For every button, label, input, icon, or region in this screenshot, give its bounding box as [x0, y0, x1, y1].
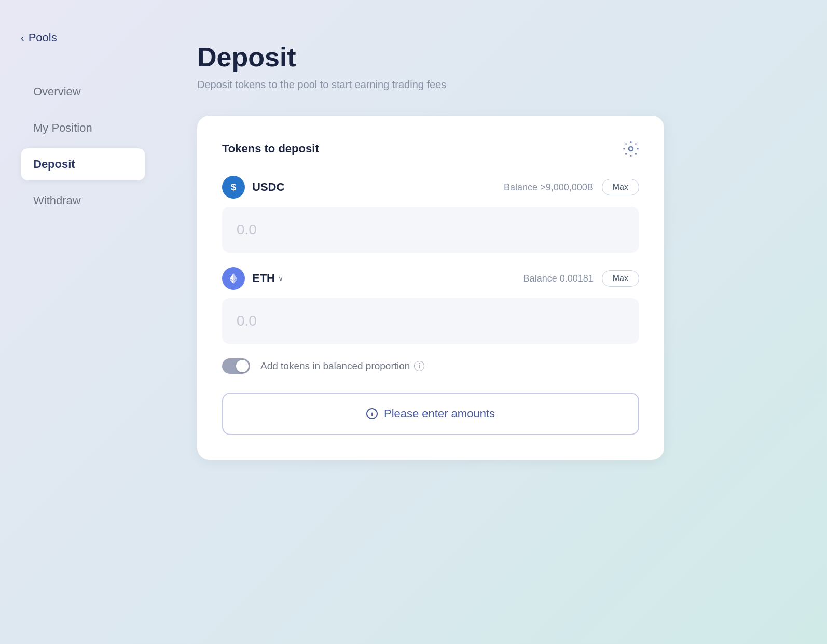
sidebar-nav: Overview My Position Deposit Withdraw [21, 76, 145, 217]
sidebar: ‹ Pools Overview My Position Deposit Wit… [0, 0, 166, 644]
submit-button-label: Please enter amounts [384, 407, 495, 421]
eth-name: ETH [252, 272, 275, 285]
usdc-max-button[interactable]: Max [602, 179, 639, 195]
card-title: Tokens to deposit [222, 142, 319, 156]
eth-icon [222, 267, 245, 290]
usdc-balance-section: Balance >9,000,000B Max [504, 179, 639, 195]
settings-icon[interactable] [623, 141, 639, 157]
eth-input[interactable] [222, 298, 639, 344]
toggle-label: Add tokens in balanced proportion i [260, 360, 424, 372]
balanced-proportion-toggle[interactable] [222, 358, 250, 374]
toggle-knob [236, 360, 249, 372]
usdc-input[interactable] [222, 207, 639, 253]
page-subtitle: Deposit tokens to the pool to start earn… [197, 79, 785, 91]
eth-chevron-icon: ∨ [278, 274, 283, 283]
eth-balance-section: Balance 0.00181 Max [523, 270, 639, 287]
sidebar-item-my-position[interactable]: My Position [21, 112, 145, 144]
back-link[interactable]: ‹ Pools [21, 31, 145, 45]
back-arrow-icon: ‹ [21, 32, 24, 44]
usdc-name: USDC [252, 180, 284, 194]
eth-token-row: ETH ∨ Balance 0.00181 Max [222, 267, 639, 290]
usdc-token-info: $ USDC [222, 176, 284, 199]
eth-token-info: ETH ∨ [222, 267, 283, 290]
eth-balance-text: Balance 0.00181 [523, 273, 594, 284]
deposit-card: Tokens to deposit $ USDC Balance >9,000,… [197, 116, 664, 460]
toggle-info-icon[interactable]: i [414, 361, 424, 371]
card-header: Tokens to deposit [222, 141, 639, 157]
usdc-input-wrapper [222, 207, 639, 267]
back-label: Pools [29, 31, 57, 45]
usdc-token-row: $ USDC Balance >9,000,000B Max [222, 176, 639, 199]
submit-info-icon: i [366, 408, 378, 419]
main-content: Deposit Deposit tokens to the pool to st… [166, 0, 827, 644]
eth-max-button[interactable]: Max [602, 270, 639, 287]
svg-point-0 [629, 147, 633, 151]
usdc-balance-text: Balance >9,000,000B [504, 182, 594, 193]
toggle-row: Add tokens in balanced proportion i [222, 358, 639, 374]
usdc-icon: $ [222, 176, 245, 199]
sidebar-item-deposit[interactable]: Deposit [21, 148, 145, 180]
sidebar-item-withdraw[interactable]: Withdraw [21, 185, 145, 217]
eth-dropdown[interactable]: ETH ∨ [252, 272, 283, 285]
submit-button[interactable]: i Please enter amounts [222, 393, 639, 435]
page-title: Deposit [197, 41, 785, 73]
sidebar-item-overview[interactable]: Overview [21, 76, 145, 108]
